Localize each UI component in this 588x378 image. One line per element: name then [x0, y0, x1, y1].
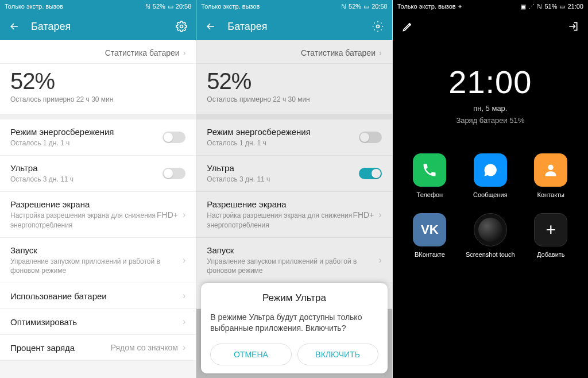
carrier-text: Только экстр. вызов: [201, 3, 260, 10]
svg-point-0: [180, 25, 183, 28]
row-launch[interactable]: ЗапускУправление запуском приложений и р…: [0, 238, 196, 283]
chevron-right-icon: ›: [183, 342, 185, 353]
battery-percent: 52%: [349, 3, 361, 10]
status-bar: Только экстр. вызов ℕ 52% ▭ 20:58: [0, 0, 196, 13]
messages-icon: [474, 153, 507, 187]
clock-time: 21:00: [393, 63, 588, 101]
clock-text: 21:00: [567, 3, 583, 10]
app-vk[interactable]: VK ВКонтакте: [403, 213, 457, 258]
phone-icon: [413, 153, 446, 187]
page-title: Батарея: [227, 21, 361, 33]
ultra-toggle[interactable]: [163, 168, 185, 179]
gear-icon[interactable]: [372, 20, 384, 33]
clock-battery: Заряд батареи 51%: [393, 116, 588, 125]
app-header: Батарея: [0, 13, 196, 40]
chevron-right-icon: ›: [183, 210, 185, 220]
chevron-right-icon: ›: [183, 291, 185, 301]
gear-icon[interactable]: [175, 20, 188, 33]
app-grid: Телефон Сообщения Контакты VK ВКонтакте …: [393, 153, 588, 258]
battery-percent-block: 52% Осталось примерно 22 ч 30 мин: [0, 64, 196, 114]
chevron-right-icon: ›: [183, 48, 186, 57]
dialog-body: В режиме Ультра будут доступны только вы…: [210, 312, 378, 334]
ultra-dialog: Режим Ультра В режиме Ультра будут досту…: [201, 283, 387, 373]
clock-date: пн, 5 мар.: [393, 104, 588, 113]
battery-percent-large: 52%: [10, 68, 185, 94]
nfc-icon: ℕ: [341, 3, 346, 10]
add-icon: +: [534, 213, 567, 246]
nfc-icon: ℕ: [145, 3, 150, 10]
vk-icon: VK: [413, 213, 446, 246]
power-saving-toggle[interactable]: [163, 132, 185, 143]
wifi-icon: ⋰: [528, 3, 535, 10]
chevron-right-icon: ›: [183, 317, 185, 327]
clock-text: 20:58: [372, 3, 388, 10]
chevron-right-icon: ›: [183, 255, 185, 265]
battery-icon: ▭: [168, 3, 173, 10]
clock-text: 20:58: [176, 3, 192, 10]
location-icon: ⌖: [458, 3, 462, 10]
page-title: Батарея: [31, 21, 165, 33]
clock-block: 21:00 пн, 5 мар. Заряд батареи 51%: [393, 63, 588, 125]
row-optimize[interactable]: Оптимизировать ›: [0, 309, 196, 335]
app-screenshot[interactable]: Screenshot touch: [463, 213, 517, 258]
cancel-button[interactable]: ОТМЕНА: [210, 344, 291, 365]
exit-icon[interactable]: [567, 21, 579, 32]
app-add[interactable]: + Добавить: [524, 213, 578, 258]
row-percent-display[interactable]: Процент заряда Рядом со значком›: [0, 335, 196, 361]
battery-percent: 52%: [153, 3, 165, 10]
screenshot-icon: [474, 213, 507, 246]
status-bar: Только экстр. вызов ⌖ ▣ ⋰ ℕ 51% ▭ 21:00: [393, 0, 588, 13]
back-icon[interactable]: [204, 20, 217, 33]
app-phone[interactable]: Телефон: [403, 153, 457, 198]
battery-percent: 51%: [544, 3, 557, 10]
app-messages[interactable]: Сообщения: [463, 153, 517, 198]
nfc-icon: ℕ: [537, 3, 542, 10]
contacts-icon: [534, 153, 567, 187]
back-icon[interactable]: [8, 20, 21, 33]
row-resolution[interactable]: Разрешение экранаНастройка разрешения эк…: [0, 192, 196, 237]
app-header: Батарея: [196, 13, 392, 40]
edit-icon[interactable]: [402, 21, 413, 32]
status-bar: Только экстр. вызов ℕ 52% ▭ 20:58: [196, 0, 392, 13]
row-ultra[interactable]: УльтраОсталось 3 дн. 11 ч: [0, 156, 196, 192]
carrier-text: Только экстр. вызов: [397, 3, 456, 10]
row-usage[interactable]: Использование батареи ›: [0, 283, 196, 309]
svg-point-2: [548, 165, 554, 170]
dialog-title: Режим Ультра: [210, 292, 378, 304]
cast-icon: ▣: [520, 3, 526, 10]
carrier-text: Только экстр. вызов: [5, 3, 63, 10]
svg-point-1: [376, 25, 379, 28]
battery-stats-link[interactable]: Статистика батареи›: [0, 40, 196, 64]
confirm-button[interactable]: ВКЛЮЧИТЬ: [297, 344, 378, 365]
battery-remaining: Осталось примерно 22 ч 30 мин: [10, 95, 185, 103]
battery-icon: ▭: [559, 3, 565, 10]
battery-icon: ▭: [363, 3, 369, 10]
app-contacts[interactable]: Контакты: [524, 153, 578, 198]
row-power-saving[interactable]: Режим энергосбереженияОсталось 1 дн. 1 ч: [0, 119, 196, 156]
